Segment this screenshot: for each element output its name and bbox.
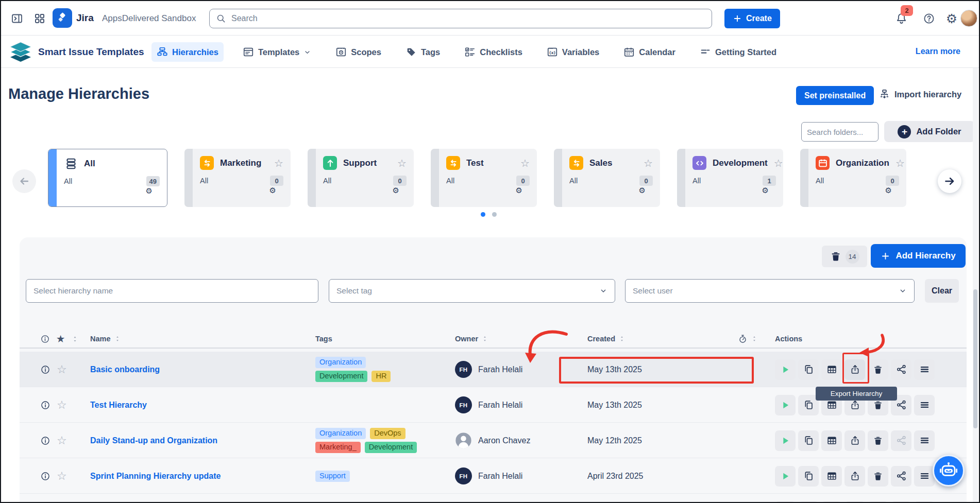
- folder-card-test[interactable]: Test ☆ All0 ⚙: [431, 149, 537, 207]
- favorite-star-icon[interactable]: ☆: [397, 158, 407, 168]
- more-actions-button[interactable]: [914, 501, 935, 503]
- add-folder-button[interactable]: + Add Folder: [884, 121, 975, 142]
- learn-more-link[interactable]: Learn more: [916, 47, 960, 56]
- folder-card-support[interactable]: Support ☆ All0 ⚙: [308, 149, 414, 207]
- folder-settings-gear-icon[interactable]: ⚙: [816, 186, 899, 194]
- favorite-star-icon[interactable]: ☆: [57, 494, 67, 503]
- export-hierarchy-button[interactable]: [844, 466, 865, 487]
- scrollbar-thumb[interactable]: [973, 289, 977, 428]
- more-actions-button[interactable]: [914, 466, 935, 487]
- folder-card-development[interactable]: Development ☆ All1 ⚙: [677, 149, 783, 207]
- copy-hierarchy-button[interactable]: [798, 430, 819, 451]
- delete-hierarchy-button[interactable]: [868, 430, 888, 451]
- tab-hierarchies[interactable]: Hierarchies: [151, 42, 224, 62]
- tab-tags[interactable]: Tags: [400, 42, 445, 62]
- row-info-icon[interactable]: [40, 352, 50, 387]
- search-input[interactable]: [231, 14, 705, 23]
- hierarchy-name-link[interactable]: Sprint Planning Hierarchy update: [90, 458, 221, 494]
- folder-card-sales[interactable]: Sales ☆ All0 ⚙: [554, 149, 660, 207]
- favorite-star-icon[interactable]: ☆: [774, 158, 783, 168]
- tab-variables[interactable]: Variables: [542, 42, 604, 62]
- delete-hierarchy-button[interactable]: [868, 466, 888, 487]
- search-folders-input[interactable]: [801, 122, 878, 142]
- row-info-icon[interactable]: [40, 387, 50, 423]
- folder-settings-gear-icon[interactable]: ⚙: [200, 186, 283, 194]
- run-hierarchy-button[interactable]: [775, 395, 796, 415]
- user-filter-select[interactable]: Select user: [625, 279, 915, 303]
- table-view-button[interactable]: [821, 466, 842, 487]
- assistant-robot-button[interactable]: [933, 455, 965, 487]
- table-row-sprint-planning[interactable]: ☆ Sprint Planning Hierarchy update Suppo…: [20, 458, 967, 494]
- sort-icon[interactable]: [71, 335, 79, 343]
- settings-gear-icon[interactable]: ⚙: [942, 9, 961, 28]
- carousel-dot-1[interactable]: [481, 212, 485, 217]
- column-header-name[interactable]: Name: [90, 329, 121, 349]
- more-actions-button[interactable]: [914, 395, 935, 415]
- favorite-star-icon[interactable]: ☆: [57, 423, 67, 458]
- carousel-prev-button[interactable]: [12, 169, 36, 193]
- share-hierarchy-button[interactable]: [891, 501, 911, 503]
- clear-filters-button[interactable]: Clear: [925, 279, 959, 303]
- user-avatar[interactable]: [960, 10, 977, 27]
- export-hierarchy-button[interactable]: [844, 430, 865, 451]
- folder-card-marketing[interactable]: Marketing ☆ All0 ⚙: [184, 149, 291, 207]
- tab-calendar[interactable]: Calendar: [618, 42, 681, 62]
- copy-hierarchy-button[interactable]: [798, 466, 819, 487]
- tab-scopes[interactable]: Scopes: [330, 42, 386, 62]
- run-hierarchy-button[interactable]: [775, 466, 796, 487]
- bulk-delete-button[interactable]: 14: [822, 246, 867, 267]
- folder-settings-gear-icon[interactable]: ⚙: [569, 186, 653, 194]
- hierarchy-name-filter-input[interactable]: [26, 279, 318, 303]
- favorite-star-icon[interactable]: ☆: [57, 387, 67, 423]
- column-header-owner[interactable]: Owner: [455, 329, 488, 349]
- table-view-button[interactable]: [821, 359, 842, 380]
- run-hierarchy-button[interactable]: [775, 501, 796, 503]
- hierarchy-name-link[interactable]: Basic onboarding: [90, 352, 160, 387]
- favorite-star-icon[interactable]: ☆: [644, 158, 653, 168]
- share-hierarchy-button[interactable]: [891, 359, 911, 380]
- share-hierarchy-button[interactable]: [891, 430, 911, 451]
- delete-hierarchy-button[interactable]: [868, 359, 888, 380]
- table-row-partial[interactable]: ☆: [20, 494, 967, 503]
- favorite-star-icon[interactable]: ☆: [57, 352, 67, 387]
- favorite-star-icon[interactable]: ☆: [520, 158, 530, 168]
- folder-settings-gear-icon[interactable]: ⚙: [64, 187, 160, 195]
- info-column-icon[interactable]: [40, 334, 50, 344]
- jira-logo[interactable]: [53, 8, 72, 28]
- hierarchy-name-link[interactable]: Daily Stand-up and Organization: [90, 423, 217, 458]
- create-button[interactable]: Create: [724, 9, 780, 28]
- export-hierarchy-button[interactable]: [844, 501, 865, 503]
- run-hierarchy-button[interactable]: [775, 359, 796, 380]
- run-hierarchy-button[interactable]: [775, 430, 796, 451]
- favorite-column-icon[interactable]: ★: [57, 329, 64, 349]
- row-info-icon[interactable]: [40, 458, 50, 494]
- copy-hierarchy-button[interactable]: [798, 359, 819, 380]
- export-hierarchy-button[interactable]: [844, 359, 865, 380]
- set-preinstalled-button[interactable]: Set preinstalled: [796, 86, 874, 105]
- column-header-scheduled[interactable]: [738, 329, 758, 349]
- app-switcher-icon[interactable]: [30, 9, 49, 28]
- table-row-basic-onboarding[interactable]: ☆ Basic onboarding Organization Developm…: [20, 352, 967, 387]
- column-header-created[interactable]: Created: [587, 329, 626, 349]
- global-search[interactable]: [209, 9, 712, 28]
- row-info-icon[interactable]: [40, 494, 50, 503]
- help-icon[interactable]: [919, 9, 939, 28]
- folder-settings-gear-icon[interactable]: ⚙: [692, 186, 776, 194]
- tab-checklists[interactable]: Checklists: [459, 42, 528, 62]
- folder-settings-gear-icon[interactable]: ⚙: [446, 186, 530, 194]
- row-info-icon[interactable]: [40, 423, 50, 458]
- tab-templates[interactable]: Templates: [238, 42, 316, 62]
- folder-settings-gear-icon[interactable]: ⚙: [323, 186, 407, 194]
- favorite-star-icon[interactable]: ☆: [895, 158, 905, 168]
- expand-sidebar-icon[interactable]: [7, 9, 27, 28]
- carousel-next-button[interactable]: [938, 169, 961, 193]
- notifications-bell-icon[interactable]: 2: [891, 9, 911, 28]
- delete-hierarchy-button[interactable]: [868, 501, 888, 503]
- copy-hierarchy-button[interactable]: [798, 501, 819, 503]
- more-actions-button[interactable]: [914, 430, 935, 451]
- carousel-dot-2[interactable]: [492, 212, 497, 217]
- favorite-star-icon[interactable]: ☆: [274, 158, 283, 168]
- hierarchy-name-link[interactable]: Test Hierarchy: [90, 387, 147, 423]
- table-view-button[interactable]: [821, 430, 842, 451]
- table-row-daily-standup[interactable]: ☆ Daily Stand-up and Organization Organi…: [20, 423, 967, 458]
